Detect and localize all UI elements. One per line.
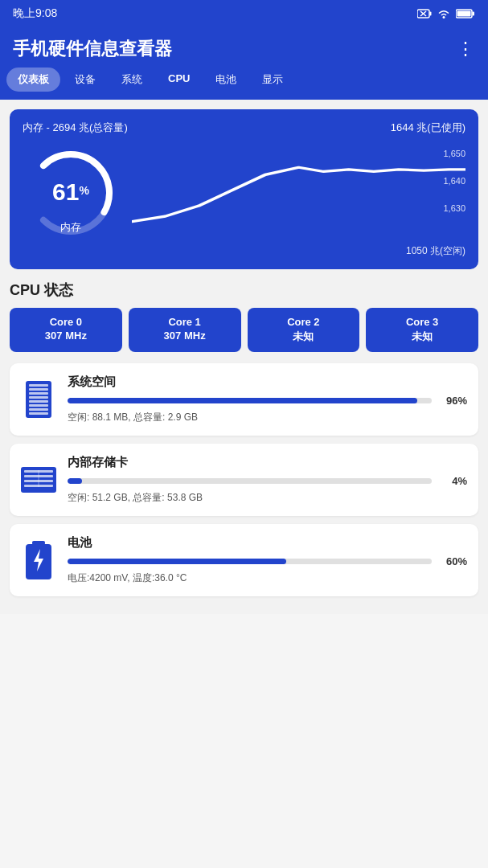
battery-bar-row: 60% xyxy=(68,555,467,567)
system-space-card: 系统空间 96% 空闲: 88.1 MB, 总容量: 2.9 GB xyxy=(10,363,478,436)
internal-storage-body: 内部存储卡 4% 空闲: 51.2 GB, 总容量: 53.8 GB xyxy=(68,455,467,505)
memory-chart: 1,650 1,640 1,630 xyxy=(132,149,465,237)
tab-display[interactable]: 显示 xyxy=(251,68,294,92)
internal-storage-pct: 4% xyxy=(438,475,467,487)
svg-rect-12 xyxy=(29,388,48,391)
chart-y-labels: 1,650 1,640 1,630 xyxy=(443,149,465,213)
gauge-label: 内存 xyxy=(60,220,81,235)
battery-bar-track xyxy=(68,559,432,564)
wifi-icon xyxy=(437,8,451,19)
memory-used-label: 1644 兆(已使用) xyxy=(391,121,465,135)
tab-cpu[interactable]: CPU xyxy=(157,68,201,92)
system-space-title: 系统空间 xyxy=(68,375,467,390)
system-space-bar-track xyxy=(68,398,432,403)
memory-card: 内存 - 2694 兆(总容量) 1644 兆(已使用) 61% 内存 xyxy=(10,109,478,269)
chart-label-1640: 1,640 xyxy=(443,176,465,186)
tab-device[interactable]: 设备 xyxy=(64,68,107,92)
svg-rect-14 xyxy=(29,396,48,399)
battery-pct: 60% xyxy=(438,555,467,567)
battery-sub: 电压:4200 mV, 温度:36.0 °C xyxy=(68,571,467,585)
svg-rect-15 xyxy=(29,400,48,403)
status-time: 晚上9:08 xyxy=(13,6,57,21)
header: 手机硬件信息查看器 ⋮ xyxy=(0,27,488,68)
tab-bar: 仪表板 设备 系统 CPU 电池 显示 xyxy=(0,68,488,100)
core-1-freq: 307 MHz xyxy=(133,330,236,342)
battery-full-icon xyxy=(456,8,475,19)
svg-rect-1 xyxy=(430,12,432,16)
storage2-icon xyxy=(21,465,56,494)
system-space-body: 系统空间 96% 空闲: 88.1 MB, 总容量: 2.9 GB xyxy=(68,375,467,424)
internal-storage-bar-fill xyxy=(68,478,82,484)
tab-battery[interactable]: 电池 xyxy=(204,68,248,92)
core-0-name: Core 0 xyxy=(14,316,117,328)
tab-system[interactable]: 系统 xyxy=(110,68,154,92)
gauge-unit: % xyxy=(79,184,88,197)
core-2-button[interactable]: Core 2 未知 xyxy=(248,308,360,352)
battery-bar-fill xyxy=(68,559,286,564)
core-0-freq: 307 MHz xyxy=(14,330,117,342)
core-1-name: Core 1 xyxy=(133,316,236,328)
core-1-button[interactable]: Core 1 307 MHz xyxy=(129,308,241,352)
svg-rect-7 xyxy=(457,11,471,17)
battery-icon xyxy=(26,541,51,579)
chart-label-1650: 1,650 xyxy=(443,149,465,158)
svg-rect-16 xyxy=(29,404,48,407)
system-space-bar-fill xyxy=(68,398,417,403)
app-title: 手机硬件信息查看器 xyxy=(13,37,172,61)
battery-error-icon xyxy=(417,8,432,19)
internal-storage-bar-track xyxy=(68,478,432,484)
status-bar: 晚上9:08 xyxy=(0,0,488,27)
tab-dashboard[interactable]: 仪表板 xyxy=(6,68,60,92)
core-2-freq: 未知 xyxy=(252,330,355,344)
memory-header: 内存 - 2694 兆(总容量) 1644 兆(已使用) xyxy=(23,121,465,135)
internal-storage-icon xyxy=(21,462,56,497)
cpu-cores: Core 0 307 MHz Core 1 307 MHz Core 2 未知 … xyxy=(10,308,478,352)
internal-storage-card: 内部存储卡 4% 空闲: 51.2 GB, 总容量: 53.8 GB xyxy=(10,444,478,516)
chart-label-1630: 1,630 xyxy=(443,203,465,213)
battery-card-icon xyxy=(21,542,56,578)
internal-storage-sub: 空闲: 51.2 GB, 总容量: 53.8 GB xyxy=(68,491,467,505)
core-3-freq: 未知 xyxy=(371,330,474,344)
system-space-sub: 空闲: 88.1 MB, 总容量: 2.9 GB xyxy=(68,411,467,424)
svg-rect-11 xyxy=(29,384,48,387)
battery-body: 电池 60% 电压:4200 mV, 温度:36.0 °C xyxy=(68,535,467,585)
main-content: 内存 - 2694 兆(总容量) 1644 兆(已使用) 61% 内存 xyxy=(0,100,488,614)
svg-rect-17 xyxy=(29,408,48,411)
memory-gauge: 61% 内存 xyxy=(23,145,119,241)
gauge-percent: 61 xyxy=(52,178,79,205)
gauge-text: 61% xyxy=(52,180,89,204)
core-2-name: Core 2 xyxy=(252,316,355,328)
svg-rect-6 xyxy=(473,12,475,16)
svg-rect-18 xyxy=(29,412,48,415)
core-0-button[interactable]: Core 0 307 MHz xyxy=(10,308,122,352)
memory-footer: 1050 兆(空闲) xyxy=(23,244,465,258)
more-menu-button[interactable]: ⋮ xyxy=(457,39,475,59)
system-space-pct: 96% xyxy=(438,395,467,407)
internal-storage-title: 内部存储卡 xyxy=(68,455,467,470)
internal-storage-bar-row: 4% xyxy=(68,475,467,487)
storage-icon xyxy=(23,381,54,418)
system-space-bar-row: 96% xyxy=(68,395,467,407)
cpu-section-title: CPU 状态 xyxy=(10,280,478,300)
core-3-name: Core 3 xyxy=(371,316,474,328)
core-3-button[interactable]: Core 3 未知 xyxy=(366,308,478,352)
svg-point-4 xyxy=(443,16,445,18)
system-space-icon xyxy=(21,382,56,417)
memory-body: 61% 内存 1,650 1,640 1,630 xyxy=(23,145,465,241)
battery-title: 电池 xyxy=(68,535,467,551)
battery-card: 电池 60% 电压:4200 mV, 温度:36.0 °C xyxy=(10,524,478,596)
svg-rect-13 xyxy=(29,392,48,395)
chart-svg xyxy=(132,149,465,237)
status-icons xyxy=(417,8,475,19)
